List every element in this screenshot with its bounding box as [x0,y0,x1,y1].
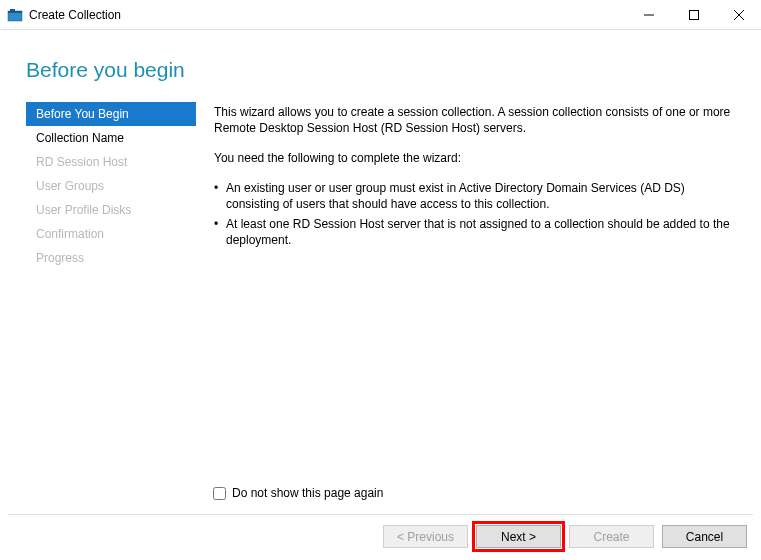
wizard-sidebar: Before You Begin Collection Name RD Sess… [26,102,196,482]
previous-button: < Previous [383,525,468,548]
window-title: Create Collection [29,8,121,22]
list-item: An existing user or user group must exis… [214,180,731,212]
sidebar-item-user-groups: User Groups [26,174,196,198]
sidebar-item-rd-session-host: RD Session Host [26,150,196,174]
app-icon [7,7,23,23]
cancel-button[interactable]: Cancel [662,525,747,548]
list-item: At least one RD Session Host server that… [214,216,731,248]
close-button[interactable] [716,0,761,29]
title-bar: Create Collection [0,0,761,30]
intro-text: This wizard allows you to create a sessi… [214,104,731,136]
svg-rect-1 [8,11,22,13]
sidebar-item-before-you-begin[interactable]: Before You Begin [26,102,196,126]
sidebar-item-collection-name[interactable]: Collection Name [26,126,196,150]
do-not-show-label[interactable]: Do not show this page again [232,486,383,500]
sidebar-item-confirmation: Confirmation [26,222,196,246]
content-pane: This wizard allows you to create a sessi… [196,102,761,482]
svg-rect-2 [10,9,15,11]
sidebar-item-progress: Progress [26,246,196,270]
minimize-button[interactable] [626,0,671,29]
create-button: Create [569,525,654,548]
sidebar-item-user-profile-disks: User Profile Disks [26,198,196,222]
next-button[interactable]: Next > [476,525,561,548]
page-heading: Before you begin [0,30,761,82]
do-not-show-checkbox[interactable] [213,487,226,500]
requirements-heading: You need the following to complete the w… [214,150,731,166]
button-row: < Previous Next > Create Cancel [0,515,761,548]
maximize-button[interactable] [671,0,716,29]
svg-rect-4 [689,10,698,19]
